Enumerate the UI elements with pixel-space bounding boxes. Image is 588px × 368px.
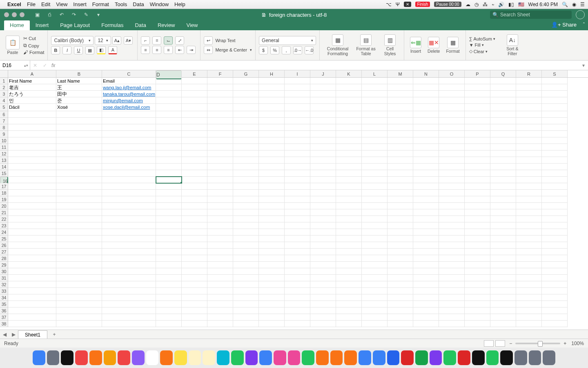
- cell[interactable]: [259, 111, 285, 118]
- currency-button[interactable]: $: [259, 46, 268, 54]
- row-header[interactable]: 23: [0, 222, 8, 229]
- dock-app-icon[interactable]: [189, 350, 201, 365]
- cell[interactable]: [207, 314, 233, 321]
- cell[interactable]: [56, 118, 102, 124]
- cell[interactable]: [56, 249, 102, 255]
- normal-view-icon[interactable]: [484, 340, 494, 347]
- cell[interactable]: [490, 190, 516, 196]
- cell[interactable]: [182, 124, 207, 131]
- cell[interactable]: [413, 150, 439, 157]
- cell[interactable]: [310, 177, 336, 183]
- cell[interactable]: [56, 124, 102, 131]
- cell[interactable]: [182, 118, 207, 124]
- row-header[interactable]: 1: [0, 78, 8, 84]
- cell[interactable]: [336, 150, 362, 157]
- finish-badge[interactable]: Finish: [415, 2, 430, 7]
- cell[interactable]: [490, 170, 516, 177]
- cell[interactable]: [439, 321, 465, 327]
- cell[interactable]: [439, 242, 465, 249]
- cell[interactable]: [516, 177, 542, 183]
- cell[interactable]: [207, 288, 233, 294]
- cell[interactable]: [336, 262, 362, 268]
- cell[interactable]: [516, 301, 542, 307]
- cell[interactable]: [285, 183, 310, 190]
- cell[interactable]: [285, 281, 310, 288]
- cell[interactable]: [156, 131, 182, 137]
- dropbox-icon[interactable]: ⌥: [386, 2, 392, 7]
- cell[interactable]: [259, 229, 285, 236]
- cell[interactable]: [233, 216, 259, 222]
- cell[interactable]: [310, 314, 336, 321]
- cell[interactable]: [156, 301, 182, 307]
- cell[interactable]: [490, 164, 516, 170]
- dock-app-icon[interactable]: [75, 350, 88, 365]
- cell[interactable]: [8, 190, 56, 196]
- increase-decimal-button[interactable]: .0→: [293, 46, 302, 54]
- cell[interactable]: [8, 268, 56, 275]
- dock-app-icon[interactable]: [316, 350, 329, 365]
- cell[interactable]: [8, 255, 56, 262]
- cell[interactable]: [516, 144, 542, 150]
- cell[interactable]: [542, 157, 568, 164]
- cell[interactable]: [362, 281, 388, 288]
- fill-color-button[interactable]: ◧: [97, 46, 106, 54]
- cell[interactable]: [388, 131, 413, 137]
- cell[interactable]: [182, 183, 207, 190]
- cell[interactable]: [542, 144, 568, 150]
- format-cells-button[interactable]: ▦Format: [443, 37, 462, 54]
- cell[interactable]: [542, 84, 568, 91]
- cell[interactable]: [516, 183, 542, 190]
- cell[interactable]: [542, 229, 568, 236]
- cell[interactable]: [336, 222, 362, 229]
- cell[interactable]: [207, 144, 233, 150]
- cell[interactable]: [490, 203, 516, 209]
- cell[interactable]: [207, 177, 233, 183]
- cell[interactable]: [388, 104, 413, 111]
- cell[interactable]: [439, 229, 465, 236]
- spreadsheet-grid[interactable]: ABCDEFGHIJKLMNOPQRS 1First NameLast Name…: [0, 70, 588, 328]
- row-header[interactable]: 28: [0, 255, 8, 262]
- col-header-K[interactable]: K: [336, 70, 362, 77]
- cell[interactable]: [336, 294, 362, 301]
- cell[interactable]: [310, 242, 336, 249]
- dock-app-icon[interactable]: [104, 350, 116, 365]
- col-header-R[interactable]: R: [516, 70, 542, 77]
- cell[interactable]: [56, 307, 102, 314]
- cell[interactable]: [439, 190, 465, 196]
- cell[interactable]: [8, 281, 56, 288]
- cell[interactable]: [102, 177, 156, 183]
- cell[interactable]: Last Name: [56, 78, 102, 84]
- cell[interactable]: [465, 97, 490, 104]
- dock-app-icon[interactable]: [89, 350, 102, 365]
- cell[interactable]: [490, 91, 516, 97]
- cell[interactable]: [336, 190, 362, 196]
- cell[interactable]: [259, 91, 285, 97]
- cell[interactable]: [207, 97, 233, 104]
- cell[interactable]: [233, 144, 259, 150]
- cell[interactable]: [310, 97, 336, 104]
- cell[interactable]: [102, 164, 156, 170]
- cell[interactable]: [8, 301, 56, 307]
- cell[interactable]: [156, 104, 182, 111]
- cell[interactable]: [310, 216, 336, 222]
- cell[interactable]: [388, 78, 413, 84]
- cell[interactable]: Xosé: [56, 104, 102, 111]
- cell[interactable]: [490, 281, 516, 288]
- cell[interactable]: [156, 249, 182, 255]
- menu-help[interactable]: Help: [174, 1, 185, 7]
- dock-app-icon[interactable]: [330, 350, 343, 365]
- cell[interactable]: [542, 249, 568, 255]
- decrease-font-button[interactable]: A▾: [124, 36, 133, 45]
- cell[interactable]: [516, 190, 542, 196]
- cell[interactable]: [207, 137, 233, 144]
- cell[interactable]: [56, 144, 102, 150]
- cell[interactable]: [56, 203, 102, 209]
- cell[interactable]: [310, 275, 336, 281]
- cell[interactable]: [156, 124, 182, 131]
- tab-formulas[interactable]: Formulas: [96, 20, 129, 30]
- dock-app-icon[interactable]: [415, 350, 428, 365]
- cell[interactable]: [259, 262, 285, 268]
- cell[interactable]: [310, 144, 336, 150]
- cell[interactable]: [413, 170, 439, 177]
- zoom-window-icon[interactable]: [20, 12, 24, 17]
